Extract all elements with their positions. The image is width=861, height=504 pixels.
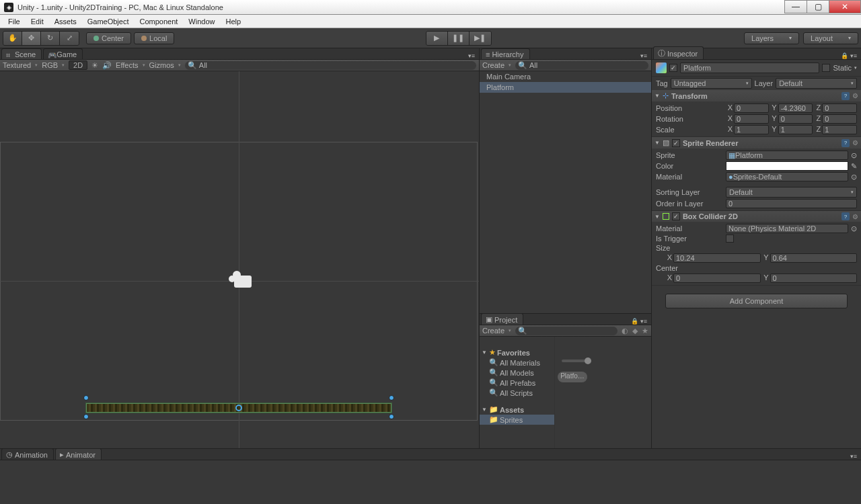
menu-help[interactable]: Help [220,16,246,27]
help-icon[interactable]: ? [841,212,850,220]
gameobject-icon[interactable] [656,62,667,73]
menu-window[interactable]: Window [183,16,220,27]
scene-view[interactable] [0,71,479,448]
panel-menu-icon[interactable]: ▾≡ [464,52,479,59]
scale-tool[interactable]: ⤢ [60,32,79,45]
size-y[interactable]: 0.64 [770,253,858,263]
project-tab[interactable]: ▣Project [481,313,523,325]
thumbnail-zoom-slider[interactable] [562,360,589,362]
menu-component[interactable]: Component [134,16,183,27]
project-content[interactable]: Platfo… [555,337,651,448]
hierarchy-item-camera[interactable]: Main Camera [480,71,651,82]
pause-button[interactable]: ❚❚ [448,32,470,45]
scale-y[interactable]: 1 [778,125,813,134]
handle-top-right[interactable] [389,395,394,401]
help-icon[interactable]: ? [841,92,850,100]
platform-object[interactable] [86,401,391,415]
assets-header[interactable]: ▼📁Assets [480,405,554,415]
layer-dropdown[interactable]: Default [776,78,857,89]
trigger-checkbox[interactable] [726,235,734,243]
sprite-renderer-header[interactable]: ▼ ▧ Sprite Renderer ? ⚙ [652,137,861,149]
collider-enabled-checkbox[interactable] [672,212,680,220]
maximize-button[interactable]: ▢ [807,0,829,13]
sorting-dropdown[interactable]: Default [726,187,857,198]
rot-z[interactable]: 0 [822,114,857,124]
hierarchy-search[interactable]: 🔍All [515,61,648,70]
fav-models[interactable]: 🔍All Models [480,368,554,378]
static-dropdown-icon[interactable]: ▾ [854,65,857,71]
gear-icon[interactable]: ⚙ [852,92,858,99]
panel-menu-icon[interactable]: ▾≡ [846,453,861,460]
object-picker-icon[interactable]: ⊙ [851,173,857,181]
rot-y[interactable]: 0 [778,114,813,124]
center-x[interactable]: 0 [673,274,761,283]
camera-gizmo-icon[interactable] [227,273,252,290]
panel-menu-icon[interactable]: ▾≡ [636,52,651,59]
hierarchy-tab[interactable]: ≡Hierarchy [481,48,530,59]
panel-menu-icon[interactable]: 🔒 ▾≡ [627,318,651,325]
col-material-field[interactable]: None (Physics Material 2D [726,224,848,233]
inspector-tab[interactable]: ⓘInspector [653,46,704,59]
box-collider-header[interactable]: ▼ Box Collider 2D ? ⚙ [652,211,861,222]
handle-bottom-right[interactable] [389,414,394,419]
sprite-field[interactable]: ▦Platform [726,151,848,160]
handle-bottom-left[interactable] [83,414,89,419]
tag-dropdown[interactable]: Untagged [671,78,752,89]
object-name-field[interactable]: Platform [680,62,819,73]
render-mode-dropdown[interactable]: RGB [42,61,65,69]
shading-mode-dropdown[interactable]: Textured [3,61,38,69]
static-checkbox[interactable] [822,64,830,72]
audio-icon[interactable]: 🔊 [102,61,112,70]
hand-tool[interactable]: ✋ [3,32,22,45]
object-picker-icon[interactable]: ⊙ [851,151,857,160]
menu-gameobject[interactable]: GameObject [82,16,135,27]
panel-menu-icon[interactable]: 🔒 ▾≡ [837,52,861,59]
help-icon[interactable]: ? [841,139,850,147]
filter-icon[interactable]: ★ [642,327,648,335]
assets-sprites[interactable]: 📁Sprites [480,415,554,425]
fav-materials[interactable]: 🔍All Materials [480,358,554,368]
transform-header[interactable]: ▼ ⊹ Transform ? ⚙ [652,90,861,101]
active-checkbox[interactable] [669,64,677,72]
play-button[interactable]: ▶ [426,32,448,45]
rotate-tool[interactable]: ↻ [41,32,60,45]
hierarchy-item-platform[interactable]: Platform [480,82,651,93]
light-icon[interactable]: ☀ [91,61,98,70]
fav-prefabs[interactable]: 🔍All Prefabs [480,378,554,388]
project-search[interactable]: 🔍 [515,327,617,335]
order-field[interactable]: 0 [726,199,857,208]
gizmos-dropdown[interactable]: Gizmos [149,61,181,69]
rot-x[interactable]: 0 [734,114,769,124]
sprite-enabled-checkbox[interactable] [672,139,680,147]
asset-platform-thumb[interactable]: Platfo… [558,372,587,382]
filter-icon[interactable]: ◆ [632,327,638,335]
scale-x[interactable]: 1 [734,125,769,134]
animation-tab[interactable]: ◷Animation [1,448,54,460]
local-global-toggle[interactable]: Local [134,32,174,44]
pos-z[interactable]: 0 [822,103,857,113]
layout-dropdown[interactable]: Layout [803,32,858,44]
animator-content[interactable] [0,460,861,491]
handle-top-left[interactable] [83,395,89,401]
menu-file[interactable]: File [3,16,26,27]
layers-dropdown[interactable]: Layers [744,32,799,44]
menu-assets[interactable]: Assets [49,16,82,27]
scene-search[interactable]: 🔍All [185,61,476,70]
center-y[interactable]: 0 [770,274,858,283]
game-tab[interactable]: 🎮Game [43,48,83,59]
scene-tab[interactable]: ⌗Scene [1,48,42,59]
fav-scripts[interactable]: 🔍All Scripts [480,388,554,398]
animator-tab[interactable]: ▸Animator [55,448,102,460]
add-component-button[interactable]: Add Component [665,294,848,308]
material-field[interactable]: ●Sprites-Default [726,172,848,181]
scale-z[interactable]: 1 [822,125,857,134]
color-field[interactable] [726,161,848,171]
close-button[interactable]: ✕ [829,0,861,13]
hierarchy-create-dropdown[interactable]: Create [482,61,511,69]
filter-icon[interactable]: ◐ [622,327,628,335]
minimize-button[interactable]: — [784,0,807,13]
pivot-center-toggle[interactable]: Center [86,32,131,44]
step-button[interactable]: ▶❚ [470,32,491,45]
size-x[interactable]: 10.24 [673,253,761,263]
project-create-dropdown[interactable]: Create [482,327,511,335]
